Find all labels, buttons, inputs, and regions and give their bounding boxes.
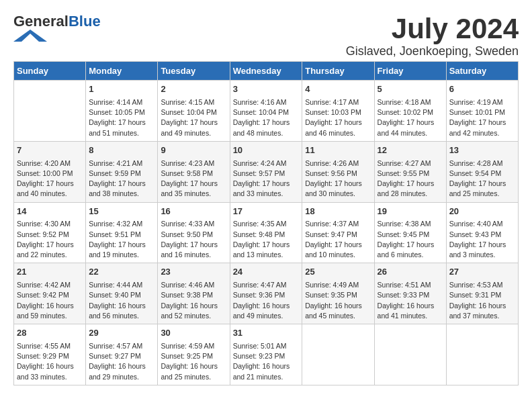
calendar-header-row: SundayMondayTuesdayWednesdayThursdayFrid… (14, 62, 519, 81)
day-number: 13 (449, 144, 515, 157)
calendar-cell: 1Sunrise: 4:14 AMSunset: 10:05 PMDayligh… (86, 81, 158, 142)
day-number: 15 (89, 205, 154, 218)
sunset-text: Sunset: 9:25 PM (161, 352, 213, 360)
sunset-text: Sunset: 9:57 PM (233, 169, 285, 177)
calendar-cell (446, 324, 518, 385)
day-number: 9 (161, 144, 226, 157)
sunrise-text: Sunrise: 4:38 AM (378, 220, 431, 228)
calendar-cell: 15Sunrise: 4:32 AMSunset: 9:51 PMDayligh… (86, 202, 158, 263)
daylight-text: Daylight: 16 hours and 21 minutes. (233, 362, 290, 380)
sunset-text: Sunset: 9:56 PM (305, 169, 357, 177)
title-block: July 2024 Gislaved, Joenkoeping, Sweden (346, 13, 519, 58)
calendar-cell: 13Sunrise: 4:28 AMSunset: 9:54 PMDayligh… (446, 141, 518, 202)
sunset-text: Sunset: 10:04 PM (233, 108, 289, 116)
calendar-cell: 17Sunrise: 4:35 AMSunset: 9:48 PMDayligh… (230, 202, 302, 263)
daylight-text: Daylight: 16 hours and 49 minutes. (233, 302, 290, 320)
daylight-text: Daylight: 17 hours and 44 minutes. (378, 118, 435, 136)
day-number: 7 (17, 144, 83, 157)
calendar-cell: 19Sunrise: 4:38 AMSunset: 9:45 PMDayligh… (374, 202, 446, 263)
daylight-text: Daylight: 17 hours and 22 minutes. (17, 240, 74, 259)
daylight-text: Daylight: 17 hours and 19 minutes. (89, 240, 146, 259)
calendar-cell: 23Sunrise: 4:46 AMSunset: 9:38 PMDayligh… (158, 263, 230, 324)
sunrise-text: Sunrise: 4:20 AM (17, 159, 71, 167)
day-number: 18 (305, 205, 371, 218)
day-number: 20 (449, 205, 515, 218)
month-title: July 2024 (346, 13, 519, 44)
calendar-cell: 3Sunrise: 4:16 AMSunset: 10:04 PMDayligh… (230, 81, 302, 142)
sunrise-text: Sunrise: 4:44 AM (89, 281, 142, 289)
day-number: 4 (305, 83, 371, 96)
sunrise-text: Sunrise: 4:40 AM (449, 220, 503, 228)
daylight-text: Daylight: 16 hours and 25 minutes. (161, 362, 218, 380)
sunrise-text: Sunrise: 4:14 AM (89, 98, 142, 106)
calendar-week-row: 14Sunrise: 4:30 AMSunset: 9:52 PMDayligh… (14, 202, 519, 263)
day-number: 8 (89, 144, 154, 157)
daylight-text: Daylight: 17 hours and 25 minutes. (449, 179, 506, 197)
day-number: 21 (17, 266, 83, 279)
day-header-saturday: Saturday (446, 62, 518, 81)
day-header-monday: Monday (86, 62, 158, 81)
calendar-cell: 11Sunrise: 4:26 AMSunset: 9:56 PMDayligh… (302, 141, 374, 202)
daylight-text: Daylight: 17 hours and 28 minutes. (378, 179, 435, 197)
sunset-text: Sunset: 9:59 PM (89, 169, 141, 177)
logo-blue-text: Blue (69, 13, 101, 30)
sunset-text: Sunset: 9:55 PM (378, 169, 430, 177)
calendar-cell: 25Sunrise: 4:49 AMSunset: 9:35 PMDayligh… (302, 263, 374, 324)
calendar-cell: 28Sunrise: 4:55 AMSunset: 9:29 PMDayligh… (14, 324, 86, 385)
sunset-text: Sunset: 9:48 PM (233, 230, 285, 238)
calendar-cell: 18Sunrise: 4:37 AMSunset: 9:47 PMDayligh… (302, 202, 374, 263)
daylight-text: Daylight: 16 hours and 45 minutes. (305, 302, 362, 320)
daylight-text: Daylight: 16 hours and 29 minutes. (89, 362, 146, 380)
daylight-text: Daylight: 16 hours and 59 minutes. (17, 302, 74, 320)
sunset-text: Sunset: 9:45 PM (378, 230, 430, 238)
sunset-text: Sunset: 9:35 PM (305, 291, 357, 299)
sunrise-text: Sunrise: 4:55 AM (17, 342, 71, 350)
calendar-cell: 14Sunrise: 4:30 AMSunset: 9:52 PMDayligh… (14, 202, 86, 263)
sunset-text: Sunset: 9:54 PM (449, 169, 502, 177)
daylight-text: Daylight: 16 hours and 41 minutes. (378, 302, 435, 320)
day-number: 19 (378, 205, 443, 218)
svg-marker-0 (13, 30, 47, 42)
daylight-text: Daylight: 17 hours and 40 minutes. (17, 179, 74, 197)
calendar-cell: 8Sunrise: 4:21 AMSunset: 9:59 PMDaylight… (86, 141, 158, 202)
day-number: 24 (233, 266, 300, 279)
calendar-cell: 29Sunrise: 4:57 AMSunset: 9:27 PMDayligh… (86, 324, 158, 385)
day-header-tuesday: Tuesday (158, 62, 230, 81)
sunrise-text: Sunrise: 4:42 AM (17, 281, 71, 289)
calendar-week-row: 7Sunrise: 4:20 AMSunset: 10:00 PMDayligh… (14, 141, 519, 202)
calendar-cell: 27Sunrise: 4:53 AMSunset: 9:31 PMDayligh… (446, 263, 518, 324)
sunset-text: Sunset: 9:38 PM (161, 291, 213, 299)
sunrise-text: Sunrise: 4:47 AM (233, 281, 287, 289)
sunrise-text: Sunrise: 4:37 AM (305, 220, 359, 228)
day-header-sunday: Sunday (14, 62, 86, 81)
calendar-cell: 4Sunrise: 4:17 AMSunset: 10:03 PMDayligh… (302, 81, 374, 142)
day-number: 11 (305, 144, 371, 157)
calendar-table: SundayMondayTuesdayWednesdayThursdayFrid… (13, 61, 519, 385)
day-number: 2 (161, 83, 226, 96)
daylight-text: Daylight: 17 hours and 33 minutes. (233, 179, 290, 197)
calendar-cell: 9Sunrise: 4:23 AMSunset: 9:58 PMDaylight… (158, 141, 230, 202)
sunset-text: Sunset: 10:03 PM (305, 108, 361, 116)
calendar-cell: 31Sunrise: 5:01 AMSunset: 9:23 PMDayligh… (230, 324, 302, 385)
calendar-cell: 10Sunrise: 4:24 AMSunset: 9:57 PMDayligh… (230, 141, 302, 202)
calendar-cell: 2Sunrise: 4:15 AMSunset: 10:04 PMDayligh… (158, 81, 230, 142)
sunset-text: Sunset: 10:02 PM (378, 108, 433, 116)
sunrise-text: Sunrise: 4:19 AM (449, 98, 503, 106)
daylight-text: Daylight: 17 hours and 49 minutes. (161, 118, 218, 136)
day-number: 6 (449, 83, 515, 96)
calendar-cell: 5Sunrise: 4:18 AMSunset: 10:02 PMDayligh… (374, 81, 446, 142)
day-number: 31 (233, 327, 300, 340)
sunset-text: Sunset: 9:29 PM (17, 352, 69, 360)
sunrise-text: Sunrise: 4:16 AM (233, 98, 287, 106)
sunset-text: Sunset: 9:27 PM (89, 352, 141, 360)
sunset-text: Sunset: 9:40 PM (89, 291, 141, 299)
daylight-text: Daylight: 16 hours and 37 minutes. (449, 302, 506, 320)
calendar-cell: 30Sunrise: 4:59 AMSunset: 9:25 PMDayligh… (158, 324, 230, 385)
day-number: 30 (161, 327, 226, 340)
day-number: 26 (378, 266, 443, 279)
day-number: 27 (449, 266, 515, 279)
day-number: 5 (378, 83, 443, 96)
day-header-thursday: Thursday (302, 62, 374, 81)
daylight-text: Daylight: 17 hours and 10 minutes. (305, 240, 362, 259)
calendar-cell: 26Sunrise: 4:51 AMSunset: 9:33 PMDayligh… (374, 263, 446, 324)
